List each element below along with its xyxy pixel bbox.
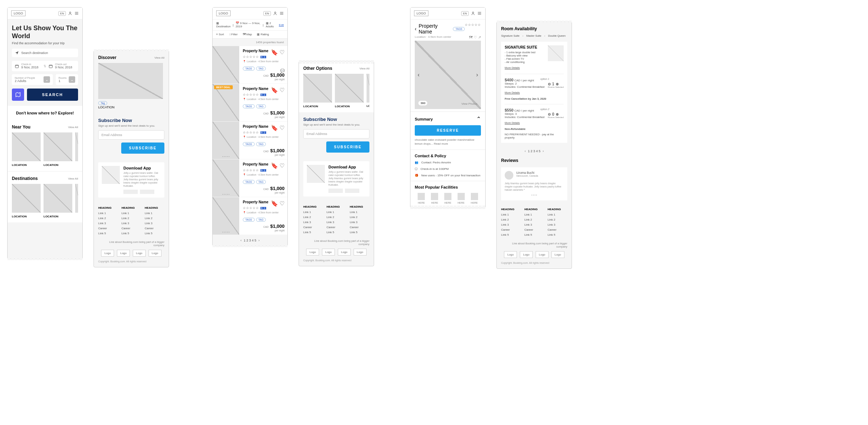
minus-icon[interactable]: ⊖	[548, 82, 551, 86]
footer-link[interactable]: Link 5	[98, 232, 118, 235]
photo-gallery[interactable]: ‹ › 360 View Photos	[415, 41, 481, 109]
footer-link[interactable]: Link 2	[145, 217, 164, 220]
footer-link[interactable]: Link 3	[524, 223, 544, 226]
location-tile[interactable]: LOCATION	[12, 184, 41, 218]
result-card[interactable]: • • • • • Property Name ☆☆☆☆☆ 9.1 📍 Loca…	[213, 159, 287, 197]
footer-link[interactable]: Link 3	[98, 222, 118, 225]
subscribe-button[interactable]: SUBSCRIBE	[121, 143, 164, 154]
result-card[interactable]: • • • • • Property Name ☆☆☆☆☆ 9.1 📍 Loca…	[213, 122, 287, 159]
account-icon[interactable]	[273, 11, 277, 15]
edit-search-link[interactable]: Edit	[279, 23, 284, 27]
gallery-next[interactable]: ›	[475, 70, 480, 80]
footer-link[interactable]: Link 5	[524, 233, 544, 236]
plus-icon[interactable]: ⊕	[556, 82, 559, 86]
search-button[interactable]: SEARCH	[27, 89, 78, 101]
subscribe-button[interactable]: SUBSCRIBE	[326, 141, 369, 153]
location-tile[interactable]	[75, 132, 78, 167]
room-thumb[interactable]	[548, 45, 564, 61]
gallery-prev[interactable]: ‹	[416, 70, 421, 80]
account-icon[interactable]	[68, 11, 72, 15]
footer-link[interactable]: Link 5	[547, 233, 567, 236]
pagination[interactable]: ‹ 1 2 3 4 5 ›	[497, 146, 572, 157]
footer-link[interactable]: Career	[98, 227, 118, 230]
footer-link[interactable]: Link 1	[350, 211, 369, 214]
footer-link[interactable]: Link 2	[547, 218, 567, 221]
more-details-link[interactable]: More Details	[505, 91, 520, 94]
location-tile[interactable]: LOCATION	[335, 74, 364, 108]
explore-banner[interactable]: Don't know where to? Explore!	[8, 106, 82, 120]
menu-icon[interactable]	[74, 11, 79, 15]
more-details-link[interactable]: More Details	[505, 121, 520, 125]
footer-link[interactable]: Career	[524, 228, 544, 231]
footer-link[interactable]: Link 1	[122, 212, 141, 215]
heart-icon[interactable]: ♡	[280, 87, 285, 94]
email-input[interactable]: Email Address	[303, 129, 369, 139]
location-tile[interactable]: LO	[367, 74, 369, 108]
footer-link[interactable]: Link 5	[327, 231, 346, 234]
footer-link[interactable]: Link 5	[303, 231, 323, 234]
location-tile[interactable]: LOCATION	[44, 184, 72, 218]
view-all-link[interactable]: View All	[359, 67, 369, 70]
menu-icon[interactable]	[280, 11, 284, 15]
rooms-select[interactable]: Rooms1 ⌄	[56, 74, 78, 85]
heart-icon[interactable]: ♡	[474, 35, 477, 39]
result-card[interactable]: • • • • • Property Name ☆☆☆☆☆ 9.1 📍 Loca…	[213, 197, 287, 235]
footer-link[interactable]: Link 2	[350, 216, 369, 219]
footer-link[interactable]: Link 1	[145, 212, 164, 215]
footer-link[interactable]: Career	[145, 227, 164, 230]
discover-tile[interactable]: Tag LOCATION	[98, 63, 163, 109]
heart-icon[interactable]: ♡	[280, 125, 285, 131]
footer-link[interactable]: Link 1	[524, 213, 544, 216]
swap-icon[interactable]: ⇅	[44, 64, 46, 68]
footer-link[interactable]: Career	[303, 226, 323, 229]
logo[interactable]: LOGO	[414, 10, 428, 16]
store-badge[interactable]	[140, 190, 154, 194]
footer-link[interactable]: Link 3	[501, 223, 521, 226]
download-app-card[interactable]: Download App Jelly-o gummi bears wafer. …	[98, 162, 164, 198]
footer-link[interactable]: Link 5	[122, 232, 141, 235]
result-card[interactable]: BEST DEAL Property Name ☆☆☆☆☆ 9.1 📍 Loca…	[213, 84, 287, 121]
view-all-link[interactable]: View All	[154, 56, 164, 59]
people-select[interactable]: Number of People2 Adults ⌄	[12, 74, 53, 85]
destination-input[interactable]: Search destination	[12, 49, 78, 57]
footer-link[interactable]: Link 1	[303, 211, 323, 214]
share-icon[interactable]: ↗	[478, 35, 481, 39]
reserve-button[interactable]: RESERVE	[415, 125, 481, 136]
footer-link[interactable]: Link 3	[350, 221, 369, 224]
footer-link[interactable]: Career	[501, 228, 521, 231]
pagination[interactable]: ‹ 1 2 3 4 5 ›	[213, 235, 287, 246]
logo[interactable]: LOGO	[216, 10, 231, 16]
footer-link[interactable]: Link 3	[122, 222, 141, 225]
minus-icon[interactable]: ⊖	[548, 112, 551, 116]
footer-link[interactable]: Link 1	[547, 213, 567, 216]
footer-link[interactable]: Link 1	[98, 212, 118, 215]
store-badge[interactable]	[123, 190, 138, 194]
view-all-link[interactable]: View All	[68, 126, 78, 129]
filter-button[interactable]: ⫶ Filter	[229, 33, 238, 36]
more-details-link[interactable]: More Details	[505, 66, 520, 69]
email-input[interactable]: Email Address	[98, 130, 164, 140]
vr-badge[interactable]: 360	[418, 101, 427, 105]
logo[interactable]: LOGO	[11, 10, 26, 16]
footer-link[interactable]: Link 2	[524, 218, 544, 221]
map-toggle[interactable]: 🗺 Map	[243, 33, 252, 36]
download-app-card[interactable]: Download App Jelly-o gummi bears wafer. …	[303, 161, 369, 196]
quantity-stepper[interactable]: ⊖ 0 ⊕ Rooms Selected	[548, 112, 564, 118]
footer-link[interactable]: Career	[327, 226, 346, 229]
footer-link[interactable]: Career	[547, 228, 567, 231]
language-toggle[interactable]: EN	[461, 11, 469, 16]
chip[interactable]: Signature Suite	[501, 34, 519, 37]
chip[interactable]: Double Queen	[548, 34, 565, 37]
footer-link[interactable]: Link 2	[98, 217, 118, 220]
footer-link[interactable]: Career	[122, 227, 141, 230]
bookmark-icon[interactable]: 🔖	[271, 87, 278, 94]
footer-link[interactable]: Link 3	[547, 223, 567, 226]
footer-link[interactable]: Link 5	[350, 231, 369, 234]
collapse-icon[interactable]: ⌃	[476, 116, 481, 122]
store-badge[interactable]	[328, 189, 343, 193]
page-numbers[interactable]: 1 2 3 4 5	[244, 239, 256, 242]
view-all-link[interactable]: View All	[68, 177, 78, 180]
rating-filter[interactable]: ▦ Rating	[257, 33, 269, 36]
footer-link[interactable]: Link 3	[327, 221, 346, 224]
language-toggle[interactable]: EN	[263, 11, 271, 16]
